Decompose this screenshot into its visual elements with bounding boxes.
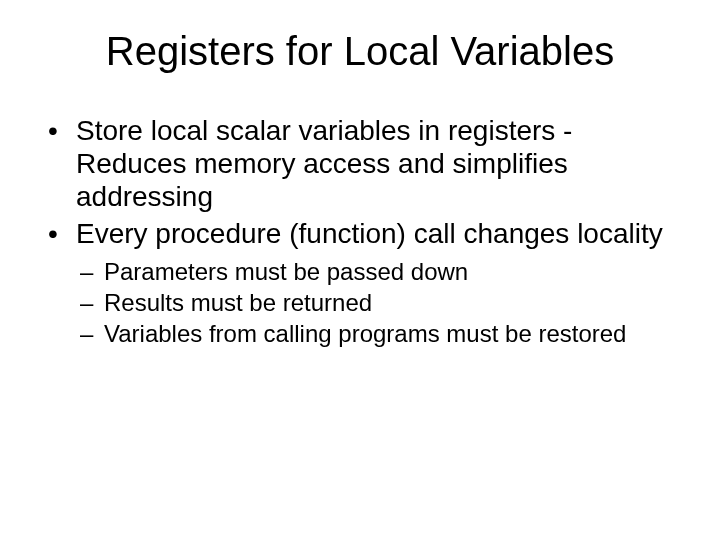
sub-bullet-item: Results must be returned bbox=[76, 289, 680, 318]
bullet-list: Store local scalar variables in register… bbox=[40, 114, 680, 250]
sub-bullet-item: Parameters must be passed down bbox=[76, 258, 680, 287]
sub-bullet-list: Parameters must be passed down Results m… bbox=[76, 258, 680, 348]
sub-bullet-item: Variables from calling programs must be … bbox=[76, 320, 680, 349]
bullet-item: Store local scalar variables in register… bbox=[40, 114, 680, 213]
slide-title: Registers for Local Variables bbox=[40, 28, 680, 74]
bullet-item: Every procedure (function) call changes … bbox=[40, 217, 680, 250]
slide: Registers for Local Variables Store loca… bbox=[0, 0, 720, 540]
